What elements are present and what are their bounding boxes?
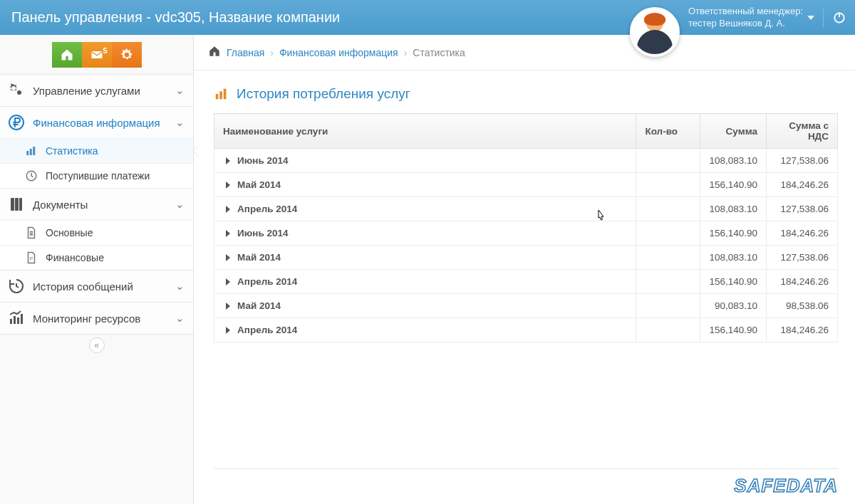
manager-label: Ответственный менеджер: (688, 6, 803, 17)
caret-right-icon (226, 303, 230, 310)
cell-name: Май 2014 (214, 246, 636, 270)
svg-rect-16 (219, 91, 222, 99)
document-ruble-icon: P (24, 251, 38, 264)
nav-messages[interactable]: История сообщений ⌄ (0, 270, 193, 302)
history-icon (7, 278, 26, 295)
usage-table: Наименование услуги Кол-во Сумма Сумма с… (214, 113, 838, 342)
collapse-sidebar-button[interactable]: « (89, 337, 105, 353)
col-qty[interactable]: Кол-во (636, 114, 700, 149)
table-row[interactable]: Апрель 2014156,140.90184,246.26 (214, 318, 838, 342)
nav-monitoring[interactable]: Мониторинг ресурсов ⌄ (0, 302, 193, 334)
mail-badge: 5 (103, 46, 107, 55)
nav-label: Финансовая информация (33, 117, 160, 129)
svg-rect-12 (14, 316, 16, 324)
svg-rect-14 (21, 314, 23, 324)
cell-qty (636, 197, 700, 221)
nav-finance[interactable]: Финансовая информация ⌄ (0, 106, 193, 138)
caret-right-icon (226, 206, 230, 213)
nav-child-docs-fin[interactable]: P Финансовые (0, 245, 193, 270)
chevron-down-icon: ⌄ (175, 116, 185, 129)
cell-name: Апрель 2014 (214, 270, 636, 294)
manager-menu[interactable]: Ответственный менеджер: тестер Вешняков … (688, 6, 814, 29)
page-title: История потребления услуг (237, 86, 410, 102)
bar-chart-icon (24, 145, 38, 157)
table-row[interactable]: Апрель 2014108,083.10127,538.06 (214, 197, 838, 221)
cell-sum: 108,083.10 (700, 149, 767, 173)
svg-rect-11 (10, 319, 12, 324)
table-row[interactable]: Май 2014156,140.90184,246.26 (214, 173, 838, 197)
chart-icon (7, 310, 26, 327)
avatar[interactable] (630, 7, 680, 57)
breadcrumb-sep: › (270, 47, 274, 58)
svg-rect-4 (30, 149, 32, 155)
cell-name: Апрель 2014 (214, 197, 636, 221)
svg-rect-1 (91, 51, 102, 58)
nav-label: Документы (33, 199, 88, 211)
page-heading: История потребления услуг (214, 86, 838, 102)
app-header: Панель управления - vdc305, Название ком… (0, 0, 855, 35)
cell-sum-vat: 127,538.06 (767, 246, 838, 270)
ruble-icon (7, 114, 26, 131)
nav-finance-children: Статистика Поступившие платежи (0, 138, 193, 188)
nav-child-label: Финансовые (46, 252, 104, 263)
breadcrumb-current: Статистика (413, 47, 465, 58)
svg-rect-17 (224, 89, 227, 100)
nav-label: Управление услугами (33, 85, 140, 97)
header-right: Ответственный менеджер: тестер Вешняков … (630, 0, 846, 35)
caret-right-icon (226, 254, 230, 261)
nav-child-statistics[interactable]: Статистика (0, 138, 193, 163)
cell-sum: 108,083.10 (700, 246, 767, 270)
chevron-down-icon: ⌄ (175, 198, 185, 211)
mail-button[interactable]: 5 (82, 42, 112, 68)
chevron-down-icon: ⌄ (175, 312, 185, 325)
cell-name: Май 2014 (214, 294, 636, 318)
cell-sum-vat: 184,246.26 (767, 173, 838, 197)
caret-right-icon (226, 182, 230, 189)
cell-name: Июнь 2014 (214, 221, 636, 246)
col-sum-vat[interactable]: Сумма с НДС (767, 114, 838, 149)
document-icon (24, 226, 38, 239)
table-row[interactable]: Май 201490,083.1098,538.06 (214, 294, 838, 318)
cell-sum-vat: 127,538.06 (767, 149, 838, 173)
chevron-down-icon (807, 16, 814, 20)
cell-name: Июнь 2014 (214, 149, 636, 173)
breadcrumb-sep: › (404, 47, 408, 58)
svg-rect-3 (26, 151, 28, 155)
svg-rect-8 (15, 198, 19, 211)
svg-rect-13 (17, 317, 19, 324)
caret-right-icon (226, 327, 230, 334)
nav-child-docs-main[interactable]: Основные (0, 220, 193, 245)
caret-right-icon (226, 278, 230, 285)
sidebar-collapse-row: « (0, 334, 193, 356)
settings-button[interactable] (112, 42, 142, 68)
cell-qty (636, 149, 700, 173)
nav-services[interactable]: Управление услугами ⌄ (0, 74, 193, 106)
home-icon (208, 45, 221, 60)
sidebar-quick-buttons: 5 (0, 35, 193, 74)
nav-documents[interactable]: Документы ⌄ (0, 188, 193, 220)
table-row[interactable]: Июнь 2014108,083.10127,538.06 (214, 149, 838, 173)
breadcrumb-home[interactable]: Главная (227, 47, 264, 58)
clock-icon (24, 169, 38, 182)
cell-sum: 156,140.90 (700, 318, 767, 342)
cell-sum-vat: 127,538.06 (767, 197, 838, 221)
table-row[interactable]: Май 2014108,083.10127,538.06 (214, 246, 838, 270)
home-button[interactable] (52, 42, 82, 68)
logout-button[interactable] (832, 11, 846, 25)
nav-docs-children: Основные P Финансовые (0, 220, 193, 270)
breadcrumb-l1[interactable]: Финансовая информация (279, 47, 398, 58)
breadcrumb: Главная › Финансовая информация › Статис… (194, 35, 855, 70)
manager-name: тестер Вешняков Д. А. (688, 18, 803, 29)
svg-rect-5 (33, 147, 35, 155)
table-row[interactable]: Апрель 2014156,140.90184,246.26 (214, 270, 838, 294)
nav-child-label: Статистика (46, 145, 98, 157)
col-sum[interactable]: Сумма (700, 114, 767, 149)
cell-sum-vat: 98,538.06 (767, 294, 838, 318)
table-row[interactable]: Июнь 2014156,140.90184,246.26 (214, 221, 838, 246)
cell-sum: 108,083.10 (700, 197, 767, 221)
nav-child-label: Основные (46, 227, 93, 238)
cell-qty (636, 294, 700, 318)
nav-child-payments[interactable]: Поступившие платежи (0, 163, 193, 188)
col-name[interactable]: Наименование услуги (214, 114, 636, 149)
main-area: Главная › Финансовая информация › Статис… (194, 35, 855, 504)
